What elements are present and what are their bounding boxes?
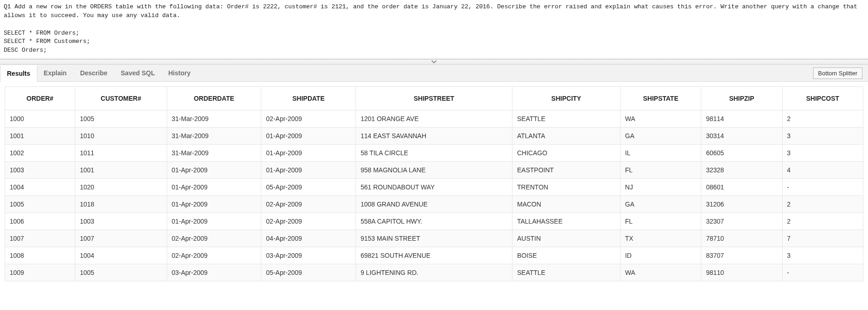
tab-label: Explain — [44, 69, 67, 77]
cell: 02-Apr-2009 — [261, 110, 356, 128]
cell: 2 — [782, 196, 863, 213]
cell: 04-Apr-2009 — [261, 230, 356, 247]
cell: GA — [620, 128, 701, 145]
table-header-row: ORDER# CUSTOMER# ORDERDATE SHIPDATE SHIP… — [5, 87, 863, 110]
table-row[interactable]: 1001101031-Mar-200901-Apr-2009114 EAST S… — [5, 128, 863, 145]
col-order[interactable]: ORDER# — [5, 87, 75, 110]
cell: 3 — [782, 145, 863, 162]
cell: 1001 — [5, 128, 75, 145]
sql-editor-line: DESC Orders; — [4, 47, 47, 54]
col-shipdate[interactable]: SHIPDATE — [261, 87, 356, 110]
cell: 69821 SOUTH AVENUE — [356, 247, 512, 264]
cell: 31-Mar-2009 — [167, 110, 261, 128]
cell: 02-Apr-2009 — [261, 213, 356, 230]
col-shipzip[interactable]: SHIPZIP — [701, 87, 782, 110]
tab-history[interactable]: History — [162, 65, 197, 81]
cell: 32307 — [701, 213, 782, 230]
tab-describe[interactable]: Describe — [73, 65, 114, 81]
cell: 1020 — [75, 179, 167, 196]
cell: SEATTLE — [512, 110, 620, 128]
cell: - — [782, 264, 863, 281]
col-customer[interactable]: CUSTOMER# — [75, 87, 167, 110]
chevron-down-icon — [431, 60, 437, 64]
cell: 1009 — [5, 264, 75, 281]
table-row[interactable]: 1007100702-Apr-200904-Apr-20099153 MAIN … — [5, 230, 863, 247]
sql-editor[interactable]: Q1 Add a new row in the ORDERS table wit… — [0, 0, 868, 59]
tab-explain[interactable]: Explain — [37, 65, 74, 81]
col-shipstate[interactable]: SHIPSTATE — [620, 87, 701, 110]
cell: BOISE — [512, 247, 620, 264]
cell: TRENTON — [512, 179, 620, 196]
cell: 58 TILA CIRCLE — [356, 145, 512, 162]
cell: 1011 — [75, 145, 167, 162]
table-row[interactable]: 1002101131-Mar-200901-Apr-200958 TILA CI… — [5, 145, 863, 162]
cell: 1004 — [5, 179, 75, 196]
tab-results[interactable]: Results — [0, 65, 37, 82]
table-row[interactable]: 1005101801-Apr-200902-Apr-20091008 GRAND… — [5, 196, 863, 213]
cell: 1004 — [75, 247, 167, 264]
results-table: ORDER# CUSTOMER# ORDERDATE SHIPDATE SHIP… — [5, 86, 863, 281]
cell: 1005 — [75, 110, 167, 128]
tab-label: Describe — [80, 69, 107, 77]
bottom-splitter-label: Bottom Splitter — [818, 70, 857, 77]
cell: 01-Apr-2009 — [167, 179, 261, 196]
table-row[interactable]: 1003100101-Apr-200901-Apr-2009958 MAGNOL… — [5, 162, 863, 179]
cell: 4 — [782, 162, 863, 179]
cell: 01-Apr-2009 — [167, 213, 261, 230]
cell: 01-Apr-2009 — [261, 145, 356, 162]
col-orderdate[interactable]: ORDERDATE — [167, 87, 261, 110]
cell: ATLANTA — [512, 128, 620, 145]
cell: 01-Apr-2009 — [167, 162, 261, 179]
cell: 1007 — [75, 230, 167, 247]
cell: 08601 — [701, 179, 782, 196]
cell: TX — [620, 230, 701, 247]
cell: 01-Apr-2009 — [261, 128, 356, 145]
cell: ID — [620, 247, 701, 264]
editor-results-splitter[interactable] — [0, 59, 868, 65]
cell: 7 — [782, 230, 863, 247]
cell: 02-Apr-2009 — [167, 230, 261, 247]
cell: 2 — [782, 110, 863, 128]
cell: 31-Mar-2009 — [167, 145, 261, 162]
col-shipcity[interactable]: SHIPCITY — [512, 87, 620, 110]
cell: 05-Apr-2009 — [261, 264, 356, 281]
tab-label: History — [168, 69, 190, 77]
bottom-splitter-button[interactable]: Bottom Splitter — [813, 67, 862, 79]
cell: 01-Apr-2009 — [167, 196, 261, 213]
results-grid-wrapper: ORDER# CUSTOMER# ORDERDATE SHIPDATE SHIP… — [0, 82, 868, 281]
cell: SEATTLE — [512, 264, 620, 281]
cell: 05-Apr-2009 — [261, 179, 356, 196]
tab-label: Saved SQL — [121, 69, 155, 77]
cell: WA — [620, 264, 701, 281]
cell: 1010 — [75, 128, 167, 145]
cell: 9153 MAIN STREET — [356, 230, 512, 247]
cell: 60605 — [701, 145, 782, 162]
cell: TALLAHASSEE — [512, 213, 620, 230]
table-row[interactable]: 1008100402-Apr-200903-Apr-200969821 SOUT… — [5, 247, 863, 264]
cell: 1002 — [5, 145, 75, 162]
cell: 1018 — [75, 196, 167, 213]
cell: EASTPOINT — [512, 162, 620, 179]
tab-saved-sql[interactable]: Saved SQL — [115, 65, 162, 81]
col-shipstreet[interactable]: SHIPSTREET — [356, 87, 512, 110]
cell: 1005 — [5, 196, 75, 213]
cell: 1006 — [5, 213, 75, 230]
cell: FL — [620, 213, 701, 230]
tab-label: Results — [7, 70, 30, 77]
cell: 2 — [782, 213, 863, 230]
cell: 3 — [782, 128, 863, 145]
col-shipcost[interactable]: SHIPCOST — [782, 87, 863, 110]
cell: FL — [620, 162, 701, 179]
cell: 114 EAST SAVANNAH — [356, 128, 512, 145]
sql-editor-line: Q1 Add a new row in the ORDERS table wit… — [4, 3, 861, 19]
table-row[interactable]: 1006100301-Apr-200902-Apr-2009558A CAPIT… — [5, 213, 863, 230]
cell: 30314 — [701, 128, 782, 145]
table-row[interactable]: 1004102001-Apr-200905-Apr-2009561 ROUNDA… — [5, 179, 863, 196]
cell: 1007 — [5, 230, 75, 247]
cell: 1000 — [5, 110, 75, 128]
cell: 83707 — [701, 247, 782, 264]
cell: 02-Apr-2009 — [261, 196, 356, 213]
table-row[interactable]: 1000100531-Mar-200902-Apr-20091201 ORANG… — [5, 110, 863, 128]
cell: 31-Mar-2009 — [167, 128, 261, 145]
table-row[interactable]: 1009100503-Apr-200905-Apr-20099 LIGHTENI… — [5, 264, 863, 281]
